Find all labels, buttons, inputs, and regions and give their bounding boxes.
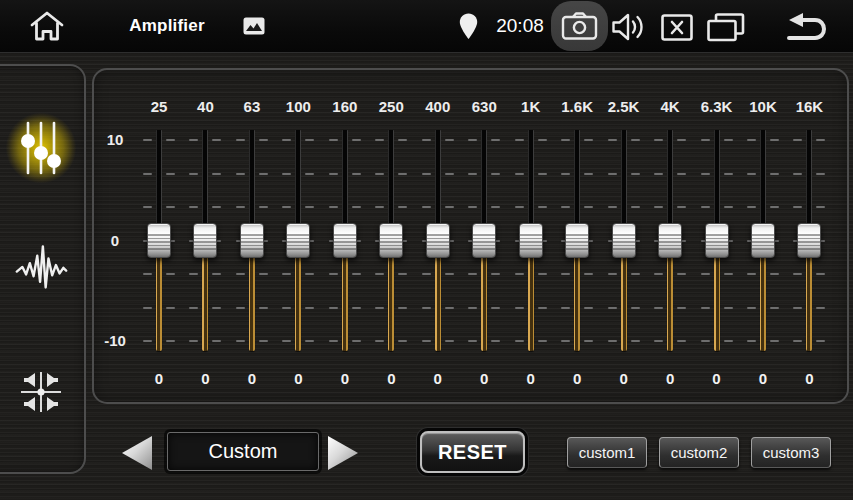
eq-band: 630 0 bbox=[461, 70, 508, 402]
band-frequency-label: 10K bbox=[739, 98, 786, 115]
slider-knob[interactable] bbox=[519, 223, 543, 258]
custom2-button[interactable]: custom2 bbox=[659, 437, 739, 468]
page-title: Amplifier bbox=[102, 0, 232, 52]
band-value-label: 0 bbox=[368, 370, 415, 387]
volume-button[interactable] bbox=[610, 11, 646, 43]
recent-apps-button[interactable] bbox=[706, 12, 746, 42]
back-icon bbox=[785, 12, 833, 43]
location-icon bbox=[459, 13, 478, 40]
band-frequency-label: 4K bbox=[647, 98, 694, 115]
eq-band: 25 0 bbox=[136, 70, 183, 402]
band-value-label: 0 bbox=[414, 370, 461, 387]
reset-button[interactable]: RESET bbox=[420, 431, 525, 473]
screenshot-button[interactable] bbox=[551, 1, 608, 51]
sidebar-item-balance-fader[interactable] bbox=[8, 359, 74, 425]
eq-band: 40 0 bbox=[182, 70, 229, 402]
slider-knob[interactable] bbox=[797, 223, 821, 258]
eq-band: 63 0 bbox=[228, 70, 275, 402]
slider-knob[interactable] bbox=[705, 223, 729, 258]
speaker-icon bbox=[611, 12, 645, 42]
clock: 20:08 bbox=[489, 0, 551, 52]
band-value-label: 0 bbox=[600, 370, 647, 387]
sidebar-panel bbox=[0, 64, 86, 474]
eq-band: 2.5K 0 bbox=[600, 70, 647, 402]
custom3-button[interactable]: custom3 bbox=[751, 437, 831, 468]
eq-band: 160 0 bbox=[321, 70, 368, 402]
eq-band: 6.3K 0 bbox=[693, 70, 740, 402]
wallpaper-button[interactable] bbox=[242, 16, 266, 36]
band-frequency-label: 2.5K bbox=[600, 98, 647, 115]
eq-band: 400 0 bbox=[414, 70, 461, 402]
slider-knob[interactable] bbox=[333, 223, 357, 258]
preset-display[interactable]: Custom bbox=[167, 432, 319, 471]
band-value-label: 0 bbox=[275, 370, 322, 387]
band-frequency-label: 160 bbox=[321, 98, 368, 115]
band-value-label: 0 bbox=[321, 370, 368, 387]
scale-label-zero: 0 bbox=[98, 232, 132, 250]
preset-prev-button[interactable] bbox=[122, 436, 152, 470]
slider-knob[interactable] bbox=[565, 223, 589, 258]
band-frequency-label: 25 bbox=[136, 98, 183, 115]
close-app-icon bbox=[661, 14, 693, 41]
band-value-label: 0 bbox=[786, 370, 833, 387]
preset-next-button[interactable] bbox=[328, 436, 358, 470]
scale-label-min: -10 bbox=[98, 332, 132, 350]
gps-status bbox=[457, 12, 479, 40]
scale-label-max: 10 bbox=[98, 131, 132, 149]
band-frequency-label: 250 bbox=[368, 98, 415, 115]
eq-band: 4K 0 bbox=[647, 70, 694, 402]
band-value-label: 0 bbox=[507, 370, 554, 387]
eq-band: 16K 0 bbox=[786, 70, 833, 402]
band-frequency-label: 40 bbox=[182, 98, 229, 115]
home-button[interactable] bbox=[24, 7, 70, 45]
band-frequency-label: 63 bbox=[228, 98, 275, 115]
band-value-label: 0 bbox=[461, 370, 508, 387]
slider-knob[interactable] bbox=[612, 223, 636, 258]
band-frequency-label: 6.3K bbox=[693, 98, 740, 115]
top-bar: Amplifier 20:08 bbox=[0, 0, 853, 53]
slider-knob[interactable] bbox=[193, 223, 217, 258]
band-frequency-label: 630 bbox=[461, 98, 508, 115]
band-frequency-label: 16K bbox=[786, 98, 833, 115]
band-value-label: 0 bbox=[693, 370, 740, 387]
eq-band: 250 0 bbox=[368, 70, 415, 402]
eq-sliders-icon bbox=[18, 120, 64, 176]
eq-panel: 10 0 -10 25 0 40 0 63 0 100 0 160 0 bbox=[92, 68, 849, 404]
speaker-balance-icon bbox=[14, 365, 68, 419]
band-frequency-label: 1K bbox=[507, 98, 554, 115]
slider-knob[interactable] bbox=[426, 223, 450, 258]
eq-band: 1.6K 0 bbox=[554, 70, 601, 402]
image-icon bbox=[243, 17, 265, 35]
band-value-label: 0 bbox=[647, 370, 694, 387]
close-app-button[interactable] bbox=[660, 13, 694, 41]
sidebar-item-equalizer[interactable] bbox=[8, 115, 74, 181]
eq-band: 1K 0 bbox=[507, 70, 554, 402]
home-icon bbox=[28, 9, 66, 43]
custom1-button[interactable]: custom1 bbox=[567, 437, 647, 468]
band-value-label: 0 bbox=[136, 370, 183, 387]
slider-knob[interactable] bbox=[240, 223, 264, 258]
slider-knob[interactable] bbox=[472, 223, 496, 258]
band-value-label: 0 bbox=[554, 370, 601, 387]
slider-knob[interactable] bbox=[658, 223, 682, 258]
band-frequency-label: 100 bbox=[275, 98, 322, 115]
slider-knob[interactable] bbox=[751, 223, 775, 258]
sidebar-item-sound-effect[interactable] bbox=[8, 233, 74, 299]
slider-knob[interactable] bbox=[379, 223, 403, 258]
band-frequency-label: 400 bbox=[414, 98, 461, 115]
back-button[interactable] bbox=[784, 11, 834, 43]
band-frequency-label: 1.6K bbox=[554, 98, 601, 115]
eq-band: 10K 0 bbox=[739, 70, 786, 402]
slider-knob[interactable] bbox=[286, 223, 310, 258]
recent-apps-icon bbox=[707, 13, 745, 42]
eq-band: 100 0 bbox=[275, 70, 322, 402]
slider-knob[interactable] bbox=[147, 223, 171, 258]
band-value-label: 0 bbox=[739, 370, 786, 387]
band-value-label: 0 bbox=[182, 370, 229, 387]
band-value-label: 0 bbox=[228, 370, 275, 387]
camera-icon bbox=[561, 11, 598, 41]
waveform-icon bbox=[14, 238, 68, 294]
